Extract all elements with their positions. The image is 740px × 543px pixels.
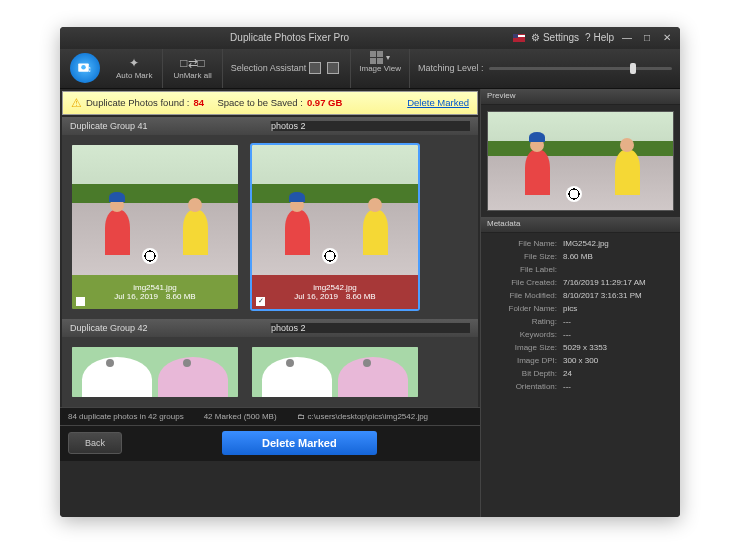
toolbar: ✦ Auto Mark □⇄□ UnMark all Selection Ass… [60, 49, 680, 89]
metadata-row: Keywords:--- [487, 328, 674, 341]
automark-button[interactable]: ✦ Auto Mark [106, 49, 163, 88]
warning-icon: ⚠ [71, 96, 82, 110]
photo-card[interactable] [70, 345, 240, 399]
minimize-button[interactable]: — [620, 31, 634, 45]
metadata-key: File Size: [487, 252, 557, 261]
group-header[interactable]: Duplicate Group 42 photos 2 [62, 319, 478, 337]
folder-icon: 🗀 [297, 412, 305, 421]
close-button[interactable]: ✕ [660, 31, 674, 45]
metadata-value: --- [563, 317, 674, 326]
metadata-row: File Modified:8/10/2017 3:16:31 PM [487, 289, 674, 302]
imageview-button[interactable]: ▾ Image View [351, 49, 410, 88]
metadata-row: File Created:7/16/2019 11:29:17 AM [487, 276, 674, 289]
status-summary: 84 duplicate photos in 42 groups [68, 412, 184, 421]
metadata-value: 24 [563, 369, 674, 378]
metadata-value: --- [563, 382, 674, 391]
metadata-key: Orientation: [487, 382, 557, 391]
info-bar: ⚠ Duplicate Photos found : 84 Space to b… [62, 91, 478, 115]
svg-point-1 [81, 65, 86, 70]
app-window: Duplicate Photos Fixer Pro ⚙ Settings ? … [60, 27, 680, 517]
app-title: Duplicate Photos Fixer Pro [66, 32, 513, 43]
metadata-row: Rating:--- [487, 315, 674, 328]
titlebar-controls: ⚙ Settings ? Help — □ ✕ [513, 31, 674, 45]
duplicate-count: 84 [194, 97, 205, 108]
group-header[interactable]: Duplicate Group 41 photos 2 [62, 117, 478, 135]
photo-thumbnail [72, 347, 238, 397]
help-link[interactable]: ? Help [585, 32, 614, 43]
delete-marked-link[interactable]: Delete Marked [407, 97, 469, 108]
metadata-key: File Name: [487, 239, 557, 248]
metadata-value: 300 x 300 [563, 356, 674, 365]
unmarkall-button[interactable]: □⇄□ UnMark all [163, 49, 222, 88]
wand-icon: ✦ [129, 56, 139, 70]
titlebar: Duplicate Photos Fixer Pro ⚙ Settings ? … [60, 27, 680, 49]
photo-card[interactable]: img2541.jpg Jul 16, 20198.60 MB [70, 143, 240, 311]
metadata-row: Folder Name:pics [487, 302, 674, 315]
photo-footer: ✓ img2542.jpg Jul 16, 20198.60 MB [252, 275, 418, 309]
metadata-value: 8.60 MB [563, 252, 674, 261]
metadata-row: File Name:IMG2542.jpg [487, 237, 674, 250]
metadata-row: Orientation:--- [487, 380, 674, 393]
results-panel: ⚠ Duplicate Photos found : 84 Space to b… [60, 89, 480, 517]
group-body: img2541.jpg Jul 16, 20198.60 MB ✓ img254… [62, 135, 478, 319]
language-flag-icon[interactable] [513, 34, 525, 42]
app-logo-icon [70, 53, 100, 83]
matching-level: Matching Level : [410, 63, 680, 73]
metadata-key: File Modified: [487, 291, 557, 300]
status-bar: 84 duplicate photos in 42 groups 42 Mark… [60, 407, 480, 425]
group-body [62, 337, 478, 407]
metadata-value: 7/16/2019 11:29:17 AM [563, 278, 674, 287]
metadata-key: Bit Depth: [487, 369, 557, 378]
select-tool-2[interactable] [327, 62, 339, 74]
metadata-row: File Label: [487, 263, 674, 276]
status-marked: 42 Marked (500 MB) [204, 412, 277, 421]
metadata-value: 8/10/2017 3:16:31 PM [563, 291, 674, 300]
photo-thumbnail [252, 347, 418, 397]
settings-link[interactable]: ⚙ Settings [531, 32, 579, 43]
matching-slider[interactable] [489, 67, 672, 70]
metadata-row: Image Size:5029 x 3353 [487, 341, 674, 354]
preview-header: Preview [481, 89, 680, 105]
photo-checkbox[interactable]: ✓ [256, 297, 265, 306]
metadata-list: File Name:IMG2542.jpgFile Size:8.60 MBFi… [481, 233, 680, 517]
status-path: 🗀c:\users\desktop\pics\img2542.jpg [297, 412, 429, 421]
photo-card[interactable] [250, 345, 420, 399]
footer: Back Delete Marked [60, 425, 480, 461]
metadata-row: Bit Depth:24 [487, 367, 674, 380]
metadata-value: 5029 x 3353 [563, 343, 674, 352]
photo-thumbnail [72, 145, 238, 275]
metadata-value: pics [563, 304, 674, 313]
metadata-key: Image DPI: [487, 356, 557, 365]
chevron-down-icon: ▾ [386, 53, 390, 62]
side-panel: Preview Metadata File Name:IMG2542.jpgFi… [480, 89, 680, 517]
delete-marked-button[interactable]: Delete Marked [222, 431, 377, 455]
metadata-value [563, 265, 674, 274]
select-tool-1[interactable] [309, 62, 321, 74]
metadata-row: Image DPI:300 x 300 [487, 354, 674, 367]
photo-footer: img2541.jpg Jul 16, 20198.60 MB [72, 275, 238, 309]
metadata-header: Metadata [481, 217, 680, 233]
metadata-key: File Created: [487, 278, 557, 287]
preview-image [487, 111, 674, 211]
back-button[interactable]: Back [68, 432, 122, 454]
metadata-key: File Label: [487, 265, 557, 274]
photo-thumbnail [252, 145, 418, 275]
content-area: ⚠ Duplicate Photos found : 84 Space to b… [60, 89, 680, 517]
space-saved: 0.97 GB [307, 97, 342, 108]
metadata-key: Image Size: [487, 343, 557, 352]
metadata-value: IMG2542.jpg [563, 239, 674, 248]
metadata-key: Folder Name: [487, 304, 557, 313]
photo-card[interactable]: ✓ img2542.jpg Jul 16, 20198.60 MB [250, 143, 420, 311]
metadata-key: Keywords: [487, 330, 557, 339]
metadata-value: --- [563, 330, 674, 339]
selection-assistant: Selection Assistant [223, 49, 352, 88]
maximize-button[interactable]: □ [640, 31, 654, 45]
metadata-row: File Size:8.60 MB [487, 250, 674, 263]
photo-checkbox[interactable] [76, 297, 85, 306]
unmark-icon: □⇄□ [180, 56, 205, 70]
metadata-key: Rating: [487, 317, 557, 326]
